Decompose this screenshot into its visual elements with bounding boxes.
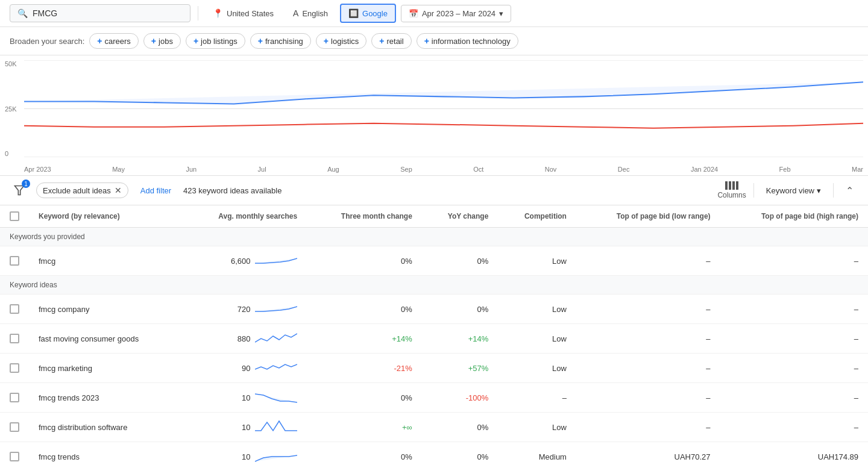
broaden-chip-careers[interactable]: + careers bbox=[89, 33, 139, 49]
chart-svg-wrapper bbox=[24, 60, 863, 157]
section-header-ideas: Keyword ideas bbox=[0, 276, 868, 295]
exclude-adult-chip[interactable]: Exclude adult ideas ✕ bbox=[36, 183, 128, 198]
x-label-jun: Jun bbox=[186, 166, 197, 173]
broaden-chip-logistics[interactable]: + logistics bbox=[316, 33, 366, 49]
y-label-0: 0 bbox=[5, 150, 17, 157]
header-checkbox-col bbox=[0, 205, 29, 228]
x-label-aug: Aug bbox=[327, 166, 339, 173]
row-avg-value: 10 bbox=[242, 452, 250, 461]
location-icon: 📍 bbox=[213, 8, 223, 18]
header-avg-monthly[interactable]: Avg. monthly searches bbox=[182, 205, 307, 228]
row-select-checkbox[interactable] bbox=[10, 363, 19, 373]
row-bid-low: – bbox=[576, 246, 720, 276]
sparkline-chart bbox=[255, 330, 297, 347]
row-bid-low: – bbox=[576, 413, 720, 442]
right-controls: Columns Keyword view ▾ ⌃ bbox=[717, 181, 858, 199]
row-bid-low: – bbox=[576, 383, 720, 413]
row-bid-low: UAH70.27 bbox=[576, 442, 720, 463]
header-bid-high[interactable]: Top of page bid (high range) bbox=[720, 205, 868, 228]
sparkline-chart bbox=[255, 419, 297, 435]
row-three-month: 0% bbox=[307, 383, 422, 413]
table-body: Keywords you provided fmcg 6,600 0% 0% L… bbox=[0, 228, 868, 463]
row-yoy: 0% bbox=[422, 295, 498, 324]
language-label: English bbox=[302, 9, 328, 18]
x-label-feb: Feb bbox=[779, 166, 791, 173]
chevron-down-icon: ▾ bbox=[817, 186, 821, 195]
table-header: Keyword (by relevance) Avg. monthly sear… bbox=[0, 205, 868, 228]
filter-icon-wrapper[interactable]: 1 bbox=[10, 181, 29, 200]
keyword-view-button[interactable]: Keyword view ▾ bbox=[761, 184, 826, 198]
table-row: fmcg distribution software 10 +∞ 0% Low … bbox=[0, 413, 868, 442]
broaden-chip-jobs[interactable]: + jobs bbox=[143, 33, 181, 49]
sparkline-chart bbox=[255, 389, 297, 406]
keyword-table-wrapper: Keyword (by relevance) Avg. monthly sear… bbox=[0, 205, 868, 462]
row-avg-monthly: 10 bbox=[182, 413, 307, 442]
chip-label-logistics: logistics bbox=[331, 37, 359, 46]
date-range-picker[interactable]: 📅 Apr 2023 – Mar 2024 ▾ bbox=[401, 5, 511, 22]
row-avg-monthly: 6,600 bbox=[182, 246, 307, 276]
search-input-value: FMCG bbox=[33, 8, 57, 18]
row-checkbox bbox=[0, 354, 29, 383]
row-bid-low: – bbox=[576, 354, 720, 383]
vertical-divider-2 bbox=[833, 183, 834, 198]
header-three-month[interactable]: Three month change bbox=[307, 205, 422, 228]
row-competition: Medium bbox=[498, 442, 576, 463]
broaden-chip-retail[interactable]: + retail bbox=[371, 33, 411, 49]
language-icon: A bbox=[293, 8, 298, 18]
row-keyword: fmcg distribution software bbox=[29, 413, 182, 442]
plus-icon: + bbox=[424, 36, 429, 46]
row-select-checkbox[interactable] bbox=[10, 304, 19, 314]
engine-label: Google bbox=[362, 9, 388, 18]
row-select-checkbox[interactable] bbox=[10, 334, 19, 343]
chip-label-jobs: jobs bbox=[159, 37, 173, 46]
calendar-icon: 📅 bbox=[409, 9, 418, 18]
table-row: fast moving consumer goods 880 +14% +14%… bbox=[0, 324, 868, 354]
broaden-chip-job-listings[interactable]: + job listings bbox=[186, 33, 245, 49]
x-label-apr: Apr 2023 bbox=[24, 166, 51, 173]
row-keyword: fmcg bbox=[29, 246, 182, 276]
row-bid-high: – bbox=[720, 246, 868, 276]
add-filter-button[interactable]: Add filter bbox=[136, 184, 176, 198]
row-avg-monthly: 90 bbox=[182, 354, 307, 383]
row-yoy: -100% bbox=[422, 383, 498, 413]
row-select-checkbox[interactable] bbox=[10, 393, 19, 402]
header-yoy[interactable]: YoY change bbox=[422, 205, 498, 228]
x-label-dec: Dec bbox=[618, 166, 630, 173]
table-row: fmcg 6,600 0% 0% Low – – bbox=[0, 246, 868, 276]
trend-chart: 50K 25K 0 Apr 2023 May Jun Jul Aug Sep O… bbox=[0, 55, 868, 176]
row-select-checkbox[interactable] bbox=[10, 256, 19, 266]
engine-selector[interactable]: 🔲 Google bbox=[340, 4, 396, 23]
search-box[interactable]: 🔍 FMCG bbox=[10, 4, 190, 22]
header-competition[interactable]: Competition bbox=[498, 205, 576, 228]
plus-icon: + bbox=[97, 36, 102, 46]
language-selector[interactable]: A English bbox=[286, 5, 335, 22]
broaden-chip-information-technology[interactable]: + information technology bbox=[417, 33, 518, 49]
row-yoy: 0% bbox=[422, 246, 498, 276]
remove-exclude-icon[interactable]: ✕ bbox=[115, 186, 122, 195]
x-label-jan2024: Jan 2024 bbox=[691, 166, 718, 173]
select-all-checkbox[interactable] bbox=[10, 211, 19, 221]
row-avg-monthly: 10 bbox=[182, 442, 307, 463]
sparkline-chart bbox=[255, 360, 297, 376]
row-select-checkbox[interactable] bbox=[10, 452, 19, 461]
ideas-count-label: 423 keyword ideas available bbox=[183, 186, 710, 195]
broaden-chip-franchising[interactable]: + franchising bbox=[250, 33, 311, 49]
row-yoy: 0% bbox=[422, 442, 498, 463]
row-bid-low: – bbox=[576, 295, 720, 324]
location-selector[interactable]: 📍 United States bbox=[206, 5, 281, 22]
row-checkbox bbox=[0, 246, 29, 276]
row-bid-low: – bbox=[576, 324, 720, 354]
row-avg-monthly: 880 bbox=[182, 324, 307, 354]
row-checkbox bbox=[0, 442, 29, 463]
header-keyword[interactable]: Keyword (by relevance) bbox=[29, 205, 182, 228]
location-label: United States bbox=[227, 9, 274, 18]
collapse-button[interactable]: ⌃ bbox=[841, 183, 858, 199]
row-select-checkbox[interactable] bbox=[10, 422, 19, 432]
x-label-jul: Jul bbox=[258, 166, 266, 173]
row-bid-high: – bbox=[720, 383, 868, 413]
chart-y-axis: 50K 25K 0 bbox=[5, 60, 17, 157]
section-header-provided: Keywords you provided bbox=[0, 228, 868, 246]
columns-button[interactable]: Columns bbox=[717, 181, 746, 199]
row-competition: Low bbox=[498, 354, 576, 383]
header-bid-low[interactable]: Top of page bid (low range) bbox=[576, 205, 720, 228]
